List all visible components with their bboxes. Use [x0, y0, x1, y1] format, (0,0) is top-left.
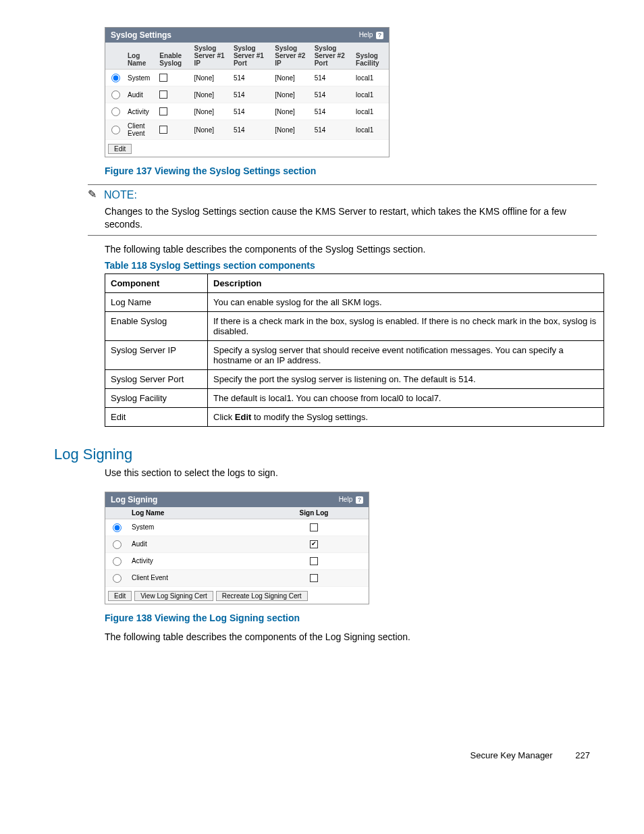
row-radio[interactable]	[111, 126, 120, 134]
note-label: NOTE:	[104, 189, 137, 201]
section-intro: Use this section to select the logs to s…	[105, 467, 597, 478]
edit-button[interactable]: Edit	[108, 591, 132, 601]
col-signlog: Sign Log	[259, 507, 369, 519]
cell-logname: Audit	[128, 536, 259, 552]
checkbox-icon[interactable]: ✔	[310, 540, 318, 548]
cell-s1ip: [None]	[192, 86, 231, 103]
th-component: Component	[105, 273, 208, 292]
help-icon: ?	[356, 496, 363, 504]
table-caption-118: Table 118 Syslog Settings section compon…	[105, 260, 597, 271]
cell-component: Syslog Server IP	[105, 340, 208, 369]
cell-description: You can enable syslog for the all SKM lo…	[208, 292, 604, 311]
row-radio[interactable]	[113, 557, 122, 566]
row-radio[interactable]	[113, 523, 122, 532]
panel-header: Log Signing Help ?	[105, 492, 369, 507]
table-row[interactable]: System	[105, 519, 369, 536]
cell-component: Edit	[105, 407, 208, 426]
checkbox-icon[interactable]	[159, 90, 167, 99]
table-row: Enable SyslogIf there is a check mark in…	[105, 311, 604, 340]
col-radio	[105, 507, 128, 519]
cell-s1port: 514	[231, 86, 272, 103]
cell-logname: Client Event	[128, 569, 259, 586]
cell-s1port: 514	[231, 120, 272, 140]
cell-s2port: 514	[312, 120, 353, 140]
cell-logname: Activity	[125, 103, 157, 120]
cell-signlog	[259, 519, 369, 536]
table-row[interactable]: Audit✔	[105, 536, 369, 552]
checkbox-icon[interactable]	[159, 126, 167, 134]
help-link[interactable]: Help ?	[359, 31, 383, 39]
cell-s2port: 514	[312, 86, 353, 103]
cell-s2ip: [None]	[272, 86, 311, 103]
cell-description: Specify the port the syslog server is li…	[208, 369, 604, 388]
cell-component: Syslog Facility	[105, 388, 208, 407]
cell-logname: System	[125, 70, 157, 86]
cell-s1port: 514	[231, 103, 272, 120]
edit-button[interactable]: Edit	[108, 144, 132, 154]
note-block: ✎ NOTE:	[88, 189, 597, 201]
col-logname: Log Name	[128, 507, 259, 519]
figure-caption-138: Figure 138 Viewing the Log Signing secti…	[105, 613, 597, 623]
cell-enable	[157, 103, 191, 120]
checkbox-icon[interactable]	[159, 74, 167, 82]
divider	[88, 184, 597, 185]
col-s1port: Syslog Server #1 Port	[231, 43, 272, 70]
row-radio[interactable]	[111, 107, 120, 116]
footer-page: 227	[575, 750, 590, 760]
note-text: Changes to the Syslog Settings section c…	[105, 205, 597, 231]
table-row: Log NameYou can enable syslog for the al…	[105, 292, 604, 311]
cell-component: Syslog Server Port	[105, 369, 208, 388]
col-enable: Enable Syslog	[157, 43, 191, 70]
view-log-signing-cert-button[interactable]: View Log Signing Cert	[134, 591, 213, 601]
cell-s1ip: [None]	[192, 103, 231, 120]
cell-logname: Audit	[125, 86, 157, 103]
log-signing-table: Log Name Sign Log SystemAudit✔ActivityCl…	[105, 507, 369, 587]
col-logname: Log Name	[125, 43, 157, 70]
cell-s2ip: [None]	[272, 120, 311, 140]
panel-title: Syslog Settings	[111, 30, 171, 40]
note-icon: ✎	[88, 189, 101, 200]
help-link[interactable]: Help ?	[339, 496, 363, 504]
col-radio	[105, 43, 125, 70]
cell-signlog	[259, 552, 369, 569]
row-radio[interactable]	[113, 574, 122, 583]
figure-caption-137: Figure 137 Viewing the Syslog Settings s…	[105, 165, 597, 176]
checkbox-icon[interactable]	[310, 523, 318, 531]
page-footer: Secure Key Manager 227	[47, 750, 597, 760]
cell-signlog	[259, 569, 369, 586]
cell-s2port: 514	[312, 70, 353, 86]
panel-header: Syslog Settings Help ?	[105, 28, 389, 43]
cell-s1port: 514	[231, 70, 272, 86]
row-radio[interactable]	[111, 74, 120, 82]
syslog-table: Log Name Enable Syslog Syslog Server #1 …	[105, 43, 389, 140]
checkbox-icon[interactable]	[310, 557, 318, 565]
th-description: Description	[208, 273, 604, 292]
cell-description: Specify a syslog server that should rece…	[208, 340, 604, 369]
cell-s2ip: [None]	[272, 103, 311, 120]
cell-enable	[157, 120, 191, 140]
intro-text: The following table describes the compon…	[105, 244, 597, 255]
row-radio[interactable]	[111, 90, 120, 99]
table-row[interactable]: System[None]514[None]514local1	[105, 70, 389, 86]
cell-facility: local1	[353, 120, 389, 140]
cell-enable	[157, 86, 191, 103]
recreate-log-signing-cert-button[interactable]: Recreate Log Signing Cert	[216, 591, 308, 601]
table-row: Syslog Server PortSpecify the port the s…	[105, 369, 604, 388]
cell-logname: Client Event	[125, 120, 157, 140]
checkbox-icon[interactable]	[310, 574, 318, 582]
section-heading: Log Signing	[54, 446, 597, 463]
help-icon: ?	[376, 32, 383, 39]
table-row[interactable]: Audit[None]514[None]514local1	[105, 86, 389, 103]
table-row[interactable]: Activity[None]514[None]514local1	[105, 103, 389, 120]
table-row[interactable]: Client Event[None]514[None]514local1	[105, 120, 389, 140]
table-row: Syslog FacilityThe default is local1. Yo…	[105, 388, 604, 407]
divider	[88, 235, 597, 236]
after-138-text: The following table describes the compon…	[105, 631, 597, 642]
panel-title: Log Signing	[111, 495, 157, 504]
table-row[interactable]: Client Event	[105, 569, 369, 586]
table-118: Component Description Log NameYou can en…	[105, 273, 604, 427]
checkbox-icon[interactable]	[159, 107, 167, 115]
cell-s1ip: [None]	[192, 70, 231, 86]
table-row[interactable]: Activity	[105, 552, 369, 569]
row-radio[interactable]	[113, 540, 122, 549]
